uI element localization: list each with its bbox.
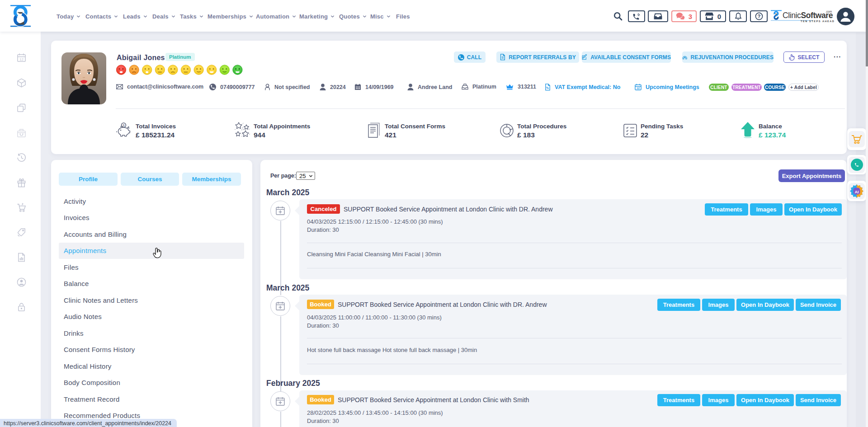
- svg-text:TEN STEPS AHEAD: TEN STEPS AHEAD: [801, 20, 834, 23]
- svg-text:12: 12: [19, 57, 24, 61]
- svg-text:12: 12: [637, 86, 640, 89]
- svg-text:%: %: [546, 86, 549, 89]
- svg-text:$: $: [123, 123, 125, 127]
- svg-text:.com: .com: [826, 10, 832, 13]
- svg-text:?: ?: [757, 14, 760, 19]
- svg-text:AI: AI: [855, 189, 859, 194]
